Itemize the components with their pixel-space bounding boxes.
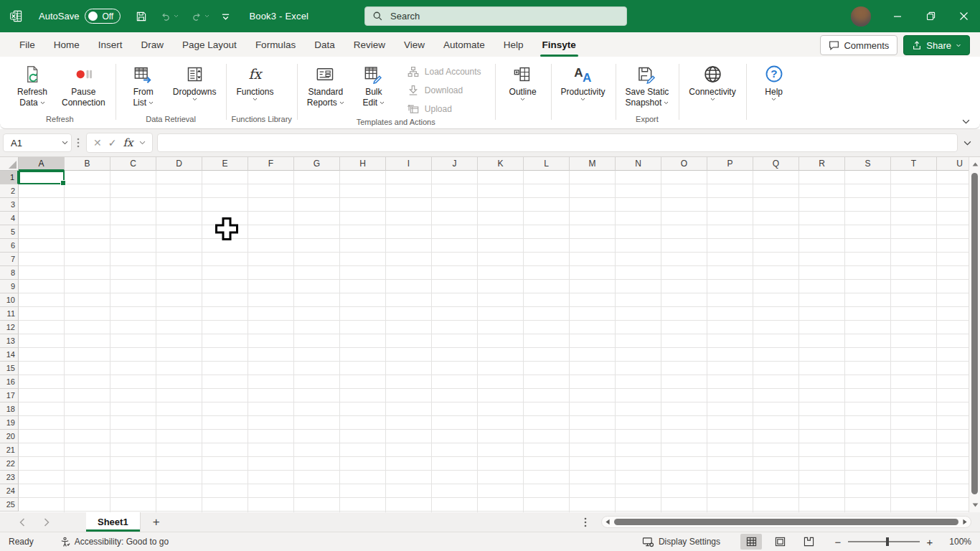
- avatar[interactable]: [851, 6, 871, 27]
- redo-button[interactable]: [190, 10, 209, 23]
- column-header-F[interactable]: F: [248, 157, 294, 171]
- column-header-E[interactable]: E: [202, 157, 248, 171]
- quick-access-customize-button[interactable]: [221, 12, 230, 21]
- row-header-14[interactable]: 14: [0, 348, 19, 362]
- row-header-2[interactable]: 2: [0, 184, 19, 198]
- vertical-scroll-thumb[interactable]: [971, 173, 978, 494]
- horizontal-scroll-thumb[interactable]: [614, 519, 958, 525]
- ribbon-button-pause-connection[interactable]: PauseConnection: [57, 60, 110, 110]
- column-header-L[interactable]: L: [524, 157, 570, 171]
- save-button[interactable]: [135, 10, 148, 23]
- close-button[interactable]: [947, 0, 980, 32]
- column-header-H[interactable]: H: [340, 157, 386, 171]
- excel-app-icon[interactable]: [9, 9, 23, 23]
- accessibility-status[interactable]: Accessibility: Good to go: [60, 537, 169, 547]
- sheet-nav-right-button[interactable]: [34, 512, 59, 532]
- select-all-corner[interactable]: [0, 157, 19, 171]
- tab-formulas[interactable]: Formulas: [246, 32, 305, 57]
- column-header-K[interactable]: K: [478, 157, 524, 171]
- row-header-4[interactable]: 4: [0, 212, 19, 225]
- tab-finsyte[interactable]: Finsyte: [533, 32, 585, 57]
- enter-button[interactable]: ✓: [108, 138, 117, 148]
- scroll-left-button[interactable]: [602, 519, 613, 525]
- row-header-16[interactable]: 16: [0, 375, 19, 389]
- column-header-D[interactable]: D: [156, 157, 202, 171]
- add-sheet-button[interactable]: +: [141, 512, 172, 532]
- cancel-button[interactable]: ✕: [93, 138, 102, 148]
- row-header-8[interactable]: 8: [0, 266, 19, 280]
- sheet-nav-left-button[interactable]: [10, 512, 34, 532]
- column-header-I[interactable]: I: [386, 157, 432, 171]
- view-normal-button[interactable]: [740, 534, 762, 550]
- formula-bar-splitter[interactable]: [72, 138, 85, 148]
- sheet-tab-sheet1[interactable]: Sheet1: [86, 512, 141, 532]
- ribbon-button-save-static-snapshot[interactable]: Save StaticSnapshot: [621, 60, 674, 110]
- scroll-up-button[interactable]: [969, 159, 980, 170]
- formula-input[interactable]: [157, 133, 958, 152]
- zoom-slider-handle[interactable]: [886, 537, 889, 546]
- row-header-12[interactable]: 12: [0, 321, 19, 334]
- display-settings-button[interactable]: Display Settings: [642, 537, 720, 547]
- column-header-S[interactable]: S: [845, 157, 891, 171]
- row-header-1[interactable]: 1: [0, 171, 19, 184]
- column-header-G[interactable]: G: [294, 157, 340, 171]
- collapse-ribbon-button[interactable]: [962, 119, 970, 124]
- ribbon-button-dropdowns[interactable]: Dropdowns: [168, 60, 222, 103]
- fill-handle[interactable]: [60, 180, 66, 186]
- row-header-11[interactable]: 11: [0, 307, 19, 321]
- row-header-5[interactable]: 5: [0, 225, 19, 239]
- comments-button[interactable]: Comments: [820, 35, 897, 55]
- ribbon-button-download[interactable]: Download: [402, 82, 486, 98]
- formula-bar-expand-button[interactable]: [962, 141, 977, 146]
- name-box[interactable]: A1: [3, 133, 72, 152]
- row-header-6[interactable]: 6: [0, 239, 19, 253]
- row-header-21[interactable]: 21: [0, 443, 19, 457]
- column-header-T[interactable]: T: [891, 157, 937, 171]
- row-header-10[interactable]: 10: [0, 293, 19, 307]
- ribbon-button-refresh-data[interactable]: RefreshData: [9, 60, 55, 110]
- row-header-24[interactable]: 24: [0, 484, 19, 498]
- search-box[interactable]: Search: [364, 6, 627, 26]
- column-header-A[interactable]: A: [19, 157, 65, 171]
- autosave-toggle[interactable]: Off: [85, 9, 121, 24]
- share-button[interactable]: Share: [903, 35, 970, 55]
- ribbon-button-connectivity[interactable]: Connectivity: [684, 60, 740, 103]
- ribbon-button-load-accounts[interactable]: Load Accounts: [402, 63, 486, 80]
- ribbon-button-bulk-edit[interactable]: BulkEdit: [351, 60, 397, 110]
- tab-draw[interactable]: Draw: [132, 32, 174, 57]
- column-header-O[interactable]: O: [661, 157, 707, 171]
- column-header-R[interactable]: R: [799, 157, 845, 171]
- ribbon-button-functions[interactable]: fxFunctions: [231, 60, 278, 103]
- zoom-level[interactable]: 100%: [941, 537, 971, 547]
- row-header-7[interactable]: 7: [0, 253, 19, 266]
- ribbon-button-outline[interactable]: Outline: [500, 60, 546, 103]
- tab-home[interactable]: Home: [44, 32, 89, 57]
- tab-insert[interactable]: Insert: [89, 32, 132, 57]
- scroll-down-button[interactable]: [969, 499, 980, 511]
- tab-file[interactable]: File: [10, 32, 44, 57]
- row-header-25[interactable]: 25: [0, 498, 19, 512]
- ribbon-button-upload[interactable]: Upload: [402, 100, 486, 117]
- ribbon-button-standard-reports[interactable]: StandardReports: [302, 60, 349, 110]
- sheet-tab-splitter[interactable]: [584, 512, 587, 532]
- column-header-U[interactable]: U: [937, 157, 969, 171]
- cells-area[interactable]: [19, 171, 969, 512]
- minimize-button[interactable]: [881, 0, 914, 32]
- column-header-C[interactable]: C: [110, 157, 156, 171]
- tab-automate[interactable]: Automate: [434, 32, 494, 57]
- column-header-P[interactable]: P: [707, 157, 753, 171]
- tab-page-layout[interactable]: Page Layout: [173, 32, 246, 57]
- column-header-J[interactable]: J: [432, 157, 478, 171]
- tab-view[interactable]: View: [395, 32, 434, 57]
- ribbon-button-help-ribbon[interactable]: ?Help: [751, 60, 797, 103]
- row-header-20[interactable]: 20: [0, 430, 19, 443]
- row-header-3[interactable]: 3: [0, 198, 19, 212]
- row-header-13[interactable]: 13: [0, 334, 19, 348]
- column-header-N[interactable]: N: [616, 157, 661, 171]
- zoom-in-button[interactable]: +: [923, 536, 937, 548]
- scroll-right-button[interactable]: [959, 519, 971, 525]
- column-header-Q[interactable]: Q: [753, 157, 799, 171]
- row-header-22[interactable]: 22: [0, 457, 19, 471]
- view-page-break-button[interactable]: [798, 534, 819, 550]
- column-header-M[interactable]: M: [570, 157, 616, 171]
